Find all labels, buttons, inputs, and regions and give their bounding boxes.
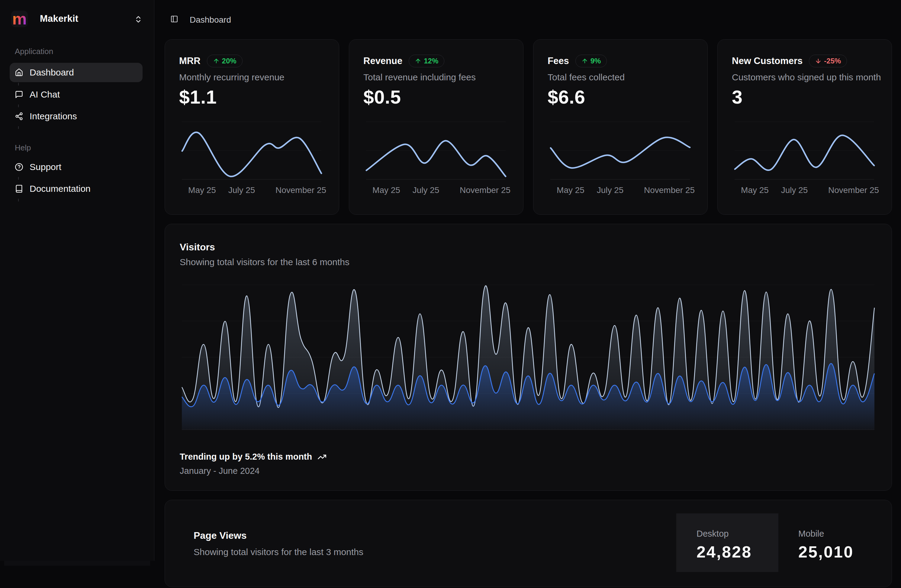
- svg-text:m: m: [12, 11, 26, 27]
